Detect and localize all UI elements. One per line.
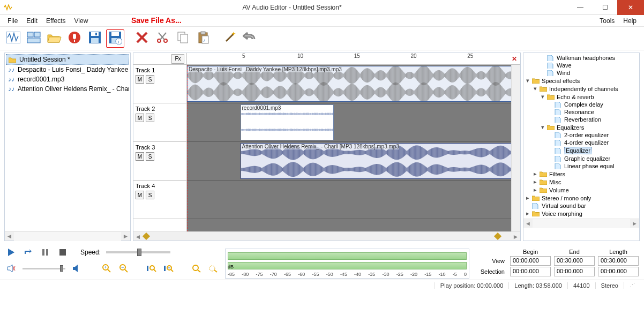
zoom-reset-button[interactable] [208,262,220,274]
minimize-button[interactable]: — [568,0,593,15]
session-header[interactable]: Untitled Session * [6,54,129,65]
time-ruler[interactable]: 5 10 15 20 25 [187,53,520,64]
time-field[interactable]: 00:00.000 [510,267,551,276]
marker-start-icon[interactable] [143,232,150,240]
disclosure-triangle-icon[interactable]: ▸ [533,170,537,177]
tree-folder[interactable]: ▸Misc [525,178,638,186]
mute-button[interactable] [5,262,17,274]
play-button[interactable] [5,246,17,258]
tile-windows-button[interactable] [25,29,43,48]
clip-track1[interactable]: Despacito - Luis Fonsi_ Daddy Yankee [MP… [187,66,520,102]
zoom-selection-in-button[interactable] [146,262,158,274]
tree-item[interactable]: Graphic equalizer [525,155,638,162]
zoom-in-button[interactable]: + [101,262,113,274]
tree-item[interactable]: Complex delay [525,101,638,108]
undo-button[interactable] [241,29,259,48]
time-field[interactable]: 00:30.000 [598,256,639,266]
open-button[interactable] [45,29,63,48]
menu-help[interactable]: Help [619,16,641,26]
track-head[interactable]: Track 4MS [133,181,186,219]
pause-button[interactable] [40,246,51,258]
time-field[interactable]: 00:00.000 [510,256,551,266]
mute-toggle[interactable]: M [136,191,144,199]
disclosure-triangle-icon[interactable]: ▾ [541,93,545,100]
menu-file[interactable]: File [3,16,22,26]
close-track-view[interactable]: ✕ [512,55,517,63]
tracks-canvas[interactable]: Despacito - Luis Fonsi_ Daddy Yankee [MP… [187,65,520,231]
session-hscroll[interactable]: ◄► [5,231,130,241]
clip-track2[interactable]: record0001.mp3 [241,104,334,140]
tree-item[interactable]: 2-order equalizer [525,131,638,139]
disclosure-triangle-icon[interactable]: ▸ [533,178,537,185]
clip-track3[interactable]: Attention Oliver Heldens Remix_ - Charli… [241,143,520,179]
mute-toggle[interactable]: M [136,152,144,161]
mute-toggle[interactable]: M [136,114,144,122]
tree-folder[interactable]: ▾Independently of channels [525,85,638,93]
tracks-vscroll[interactable] [511,65,520,231]
menu-tools[interactable]: Tools [595,16,619,26]
tree-folder[interactable]: ▸Filters [525,170,638,178]
delete-button[interactable] [133,29,151,48]
solo-toggle[interactable]: S [146,75,154,84]
disclosure-triangle-icon[interactable]: ▾ [526,77,530,84]
zoom-selection-out-button[interactable] [163,262,175,274]
tree-item[interactable]: Wave [525,62,638,69]
track-head[interactable]: Track 3MS [133,142,186,181]
disclosure-triangle-icon[interactable]: ▸ [533,186,537,193]
effects-wand-button[interactable] [221,29,239,48]
tree-item[interactable]: Reverberation [525,116,638,123]
disclosure-triangle-icon[interactable]: ▸ [526,194,530,201]
solo-toggle[interactable]: S [146,114,154,122]
paste-button[interactable]: ♪ [194,29,212,48]
fx-button[interactable]: Fx [171,54,184,64]
volume-slider[interactable] [23,268,65,269]
solo-toggle[interactable]: S [146,152,154,161]
tree-hscroll[interactable]: ◄► [523,219,639,228]
track-head[interactable]: Track 2MS [133,103,186,142]
cut-button[interactable] [153,29,171,48]
time-field[interactable]: 00:00.000 [554,267,595,276]
tree-item[interactable]: Linear phase equal [525,162,638,170]
zoom-out-button[interactable]: − [118,262,130,274]
tree-item[interactable]: Equalizer [525,146,638,155]
new-session-button[interactable] [4,29,23,48]
tree-folder[interactable]: ▾Special effects [525,77,638,85]
zoom-fit-button[interactable] [191,262,203,274]
tree-folder[interactable]: ▾Equalizers [525,123,638,131]
tree-item[interactable]: Virtual sound bar [525,202,638,209]
session-item[interactable]: ♪♪record0001.mp3 [6,74,129,84]
resize-grip-icon[interactable]: ⋰ [624,282,641,289]
menu-view[interactable]: View [70,16,93,26]
disclosure-triangle-icon[interactable]: ▾ [541,124,545,131]
copy-button[interactable] [174,29,192,48]
playhead[interactable] [187,65,188,231]
disclosure-triangle-icon[interactable]: ▾ [533,85,537,92]
speed-slider[interactable] [106,251,170,253]
marker-end-icon[interactable] [494,232,501,240]
close-button[interactable]: ✕ [617,0,644,15]
solo-toggle[interactable]: S [146,191,154,199]
tree-folder[interactable]: ▸Volume [525,186,638,194]
save-button[interactable] [86,29,104,48]
tree-item[interactable]: Walkman headphones [525,54,638,62]
tree-folder[interactable]: ▾Echo & reverb [525,93,638,101]
tree-item[interactable]: Wind [525,69,638,77]
time-field[interactable]: 00:00.000 [598,267,639,276]
tree-folder[interactable]: ▸Stereo / mono only [525,194,638,202]
mute-toggle[interactable]: M [136,75,144,84]
menu-effects[interactable]: Effects [42,16,70,26]
menu-edit[interactable]: Edit [22,16,42,26]
tree-item[interactable]: Resonance [525,108,638,116]
tree-item[interactable]: 4-order equalizer [525,139,638,146]
tracks-hscroll[interactable]: ◄ ► [133,231,520,241]
save-as-button[interactable]: i [106,29,124,48]
session-item[interactable]: ♪♪Despacito - Luis Fonsi_ Daddy Yankee [6,65,129,74]
loop-button[interactable] [23,246,34,258]
maximize-button[interactable]: ☐ [593,0,617,15]
tree-folder[interactable]: ▸Voice morphing [525,209,638,218]
disclosure-triangle-icon[interactable]: ▸ [526,210,530,217]
track-head[interactable]: Track 1MS [133,65,186,103]
record-button[interactable] [65,29,84,48]
stop-button[interactable] [57,246,69,258]
time-field[interactable]: 00:30.000 [554,256,595,266]
